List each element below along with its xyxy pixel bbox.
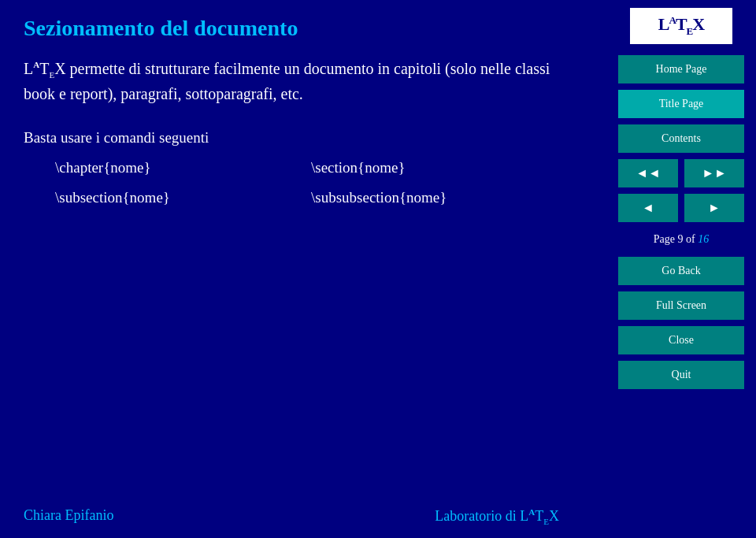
- body-paragraph: LATEX permette di strutturare facilmente…: [24, 57, 559, 106]
- fast-forward-button[interactable]: ►►: [684, 159, 744, 187]
- command-4: \subsubsection{nome}: [311, 184, 559, 211]
- slow-nav-row: ◄ ►: [618, 194, 744, 222]
- sidebar: LATEX Home Page Title Page Contents ◄◄ ►…: [606, 0, 756, 538]
- code-section: Basta usare i comandi seguenti \chapter{…: [24, 124, 559, 212]
- title-page-button[interactable]: Title Page: [618, 90, 744, 118]
- forward-button[interactable]: ►: [684, 194, 744, 222]
- contents-button[interactable]: Contents: [618, 124, 744, 153]
- latex-logo: LATEX: [630, 8, 732, 44]
- fast-nav-row: ◄◄ ►►: [618, 159, 744, 187]
- latex-logo-text: LATEX: [658, 14, 704, 38]
- back-button[interactable]: ◄: [618, 194, 678, 222]
- page-total: 16: [698, 233, 709, 245]
- full-screen-button[interactable]: Full Screen: [618, 291, 744, 320]
- command-2: \section{nome}: [311, 154, 559, 181]
- command-1: \chapter{nome}: [55, 154, 303, 181]
- fast-back-button[interactable]: ◄◄: [618, 159, 678, 187]
- footer: Chiara Epifanio Laboratorio di LATEX: [0, 507, 583, 526]
- page-of: of: [686, 233, 698, 245]
- home-page-button[interactable]: Home Page: [618, 55, 744, 83]
- footer-author: Chiara Epifanio: [24, 507, 113, 526]
- main-content: Sezionamento del documento LATEX permett…: [0, 0, 583, 538]
- page-indicator: Page 9 of 16: [654, 228, 709, 250]
- intro-text: Basta usare i comandi seguenti: [24, 124, 559, 151]
- close-button[interactable]: Close: [618, 326, 744, 354]
- footer-lab: Laboratorio di LATEX: [435, 507, 559, 526]
- page-title: Sezionamento del documento: [24, 16, 559, 41]
- page-current: 9: [678, 233, 684, 245]
- command-3: \subsection{nome}: [55, 184, 303, 211]
- quit-button[interactable]: Quit: [618, 361, 744, 389]
- go-back-button[interactable]: Go Back: [618, 257, 744, 285]
